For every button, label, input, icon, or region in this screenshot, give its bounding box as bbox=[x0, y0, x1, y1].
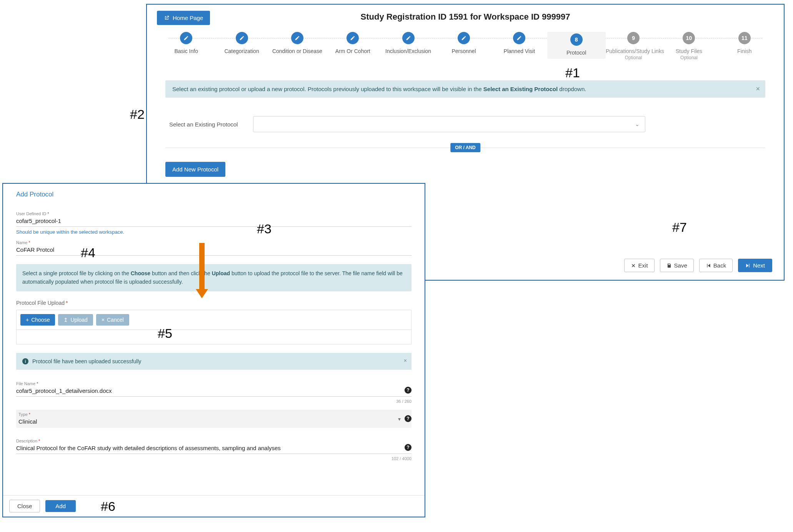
step-personnel[interactable]: Personnel bbox=[436, 32, 491, 54]
x-icon bbox=[631, 263, 636, 268]
type-select[interactable] bbox=[18, 417, 409, 427]
cancel-upload-button[interactable]: ×Cancel bbox=[96, 314, 129, 326]
type-label: Type* bbox=[18, 412, 409, 417]
file-upload-toolbar: +Choose ↥Upload ×Cancel bbox=[16, 310, 411, 330]
info-banner: Select an existing protocol or upload a … bbox=[165, 80, 765, 98]
step-number-icon: 9 bbox=[627, 32, 640, 44]
add-button[interactable]: Add bbox=[45, 500, 76, 512]
wizard-footer: Exit Save Back Next bbox=[624, 259, 772, 272]
help-icon[interactable]: ? bbox=[405, 415, 411, 422]
annotation-arrow bbox=[199, 243, 205, 290]
user-defined-id-hint: Should be unique within the selected wor… bbox=[16, 229, 411, 235]
caret-down-icon: ▾ bbox=[398, 416, 401, 422]
exit-button[interactable]: Exit bbox=[624, 259, 655, 272]
close-button[interactable]: Close bbox=[9, 500, 40, 512]
info-icon: i bbox=[22, 358, 28, 364]
pencil-icon bbox=[236, 32, 248, 44]
description-label: Description* bbox=[16, 439, 411, 443]
step-finish[interactable]: 11 Finish bbox=[717, 32, 772, 54]
annotation-2: #2 bbox=[130, 107, 145, 122]
prev-icon bbox=[706, 263, 711, 268]
upload-success-banner: i Protocol file have been uploaded succe… bbox=[16, 353, 411, 370]
name-label: Name* bbox=[16, 240, 411, 245]
external-link-icon bbox=[164, 15, 170, 21]
pencil-icon bbox=[458, 32, 470, 44]
choose-file-button[interactable]: +Choose bbox=[20, 314, 55, 326]
upload-file-button[interactable]: ↥Upload bbox=[58, 314, 93, 326]
back-button[interactable]: Back bbox=[699, 259, 733, 272]
save-icon bbox=[666, 263, 672, 268]
select-existing-protocol-label: Select an Existing Protocol bbox=[169, 121, 238, 128]
x-icon: × bbox=[102, 317, 105, 323]
protocol-file-upload-label: Protocol File Upload* bbox=[16, 300, 411, 306]
description-counter: 102 / 4000 bbox=[392, 456, 411, 461]
add-protocol-dialog: Add Protocol User Defined ID* Should be … bbox=[2, 183, 425, 517]
next-button[interactable]: Next bbox=[738, 259, 772, 272]
description-input[interactable] bbox=[16, 443, 411, 454]
file-name-counter: 36 / 260 bbox=[396, 399, 411, 404]
file-name-label: File Name* bbox=[16, 381, 411, 386]
pencil-icon bbox=[180, 32, 192, 44]
page-title: Study Registration ID 1591 for Workspace… bbox=[157, 12, 774, 22]
step-categorization[interactable]: Categorization bbox=[214, 32, 269, 54]
pencil-icon bbox=[291, 32, 303, 44]
home-page-button[interactable]: Home Page bbox=[157, 11, 210, 25]
user-defined-id-input[interactable] bbox=[16, 216, 411, 227]
dialog-footer: Close Add bbox=[3, 495, 425, 517]
select-existing-protocol-dropdown[interactable]: ⌄ bbox=[253, 116, 645, 132]
upload-icon: ↥ bbox=[63, 317, 68, 323]
next-icon bbox=[745, 263, 751, 268]
plus-icon: + bbox=[26, 317, 29, 323]
pencil-icon bbox=[402, 32, 415, 44]
step-basic-info[interactable]: Basic Info bbox=[158, 32, 214, 54]
name-input[interactable] bbox=[16, 245, 411, 256]
step-number-icon: 11 bbox=[738, 32, 751, 44]
add-new-protocol-button[interactable]: Add New Protocol bbox=[165, 162, 225, 177]
close-icon[interactable]: × bbox=[404, 357, 407, 364]
step-number-icon: 10 bbox=[683, 32, 695, 44]
step-condition[interactable]: Condition or Disease bbox=[270, 32, 325, 54]
save-button[interactable]: Save bbox=[660, 259, 694, 272]
upload-instructions: Select a single protocol file by clickin… bbox=[16, 264, 411, 291]
or-and-divider: OR / AND bbox=[165, 148, 765, 148]
user-defined-id-label: User Defined ID* bbox=[16, 211, 411, 216]
step-protocol[interactable]: 8 Protocol bbox=[547, 32, 606, 59]
step-inclusion-exclusion[interactable]: Inclusion/Exclusion bbox=[380, 32, 436, 54]
step-arm-cohort[interactable]: Arm Or Cohort bbox=[325, 32, 380, 54]
step-study-files[interactable]: 10 Study Files Optional bbox=[661, 32, 716, 60]
dialog-title: Add Protocol bbox=[16, 191, 411, 198]
chevron-down-icon: ⌄ bbox=[635, 121, 640, 127]
file-drop-area[interactable] bbox=[16, 330, 411, 344]
pencil-icon bbox=[347, 32, 359, 44]
close-icon[interactable]: × bbox=[756, 85, 760, 93]
step-number-icon: 8 bbox=[570, 33, 583, 46]
step-publications[interactable]: 9 Publications/Study Links Optional bbox=[606, 32, 661, 60]
pencil-icon bbox=[513, 32, 525, 44]
step-planned-visit[interactable]: Planned Visit bbox=[491, 32, 547, 54]
wizard-stepper: Basic Info Categorization Condition or D… bbox=[157, 32, 774, 60]
file-name-input[interactable] bbox=[16, 386, 411, 397]
home-page-label: Home Page bbox=[173, 15, 203, 21]
